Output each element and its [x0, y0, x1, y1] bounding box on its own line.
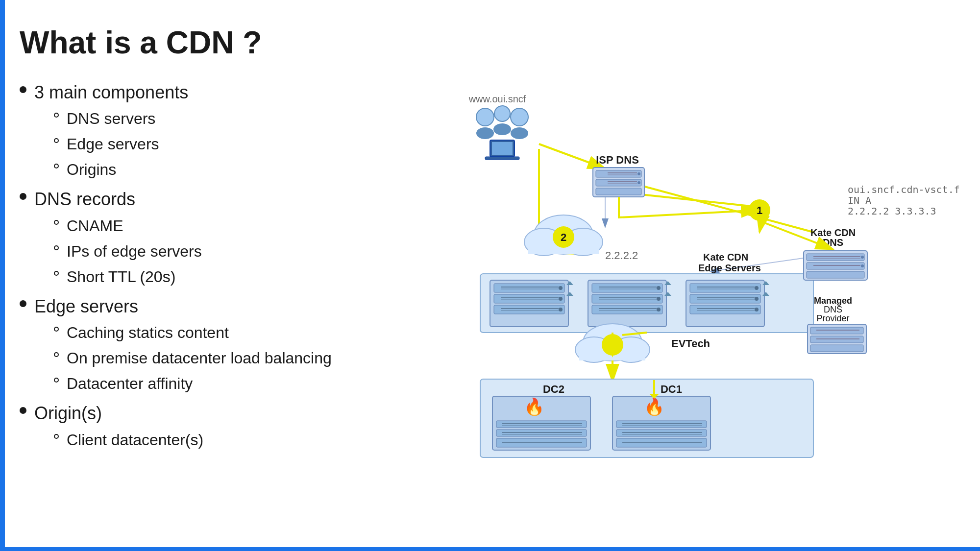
slide-title: What is a CDN ?: [20, 24, 980, 61]
svg-point-69: [755, 286, 759, 290]
sub-item-1-0: CNAME: [54, 214, 202, 238]
bullet-item-0: 3 main components DNS servers Edge serve…: [20, 80, 421, 183]
svg-point-6: [476, 108, 494, 126]
sub-dot-2-0: [54, 327, 59, 332]
sub-item-0-2: Origins: [54, 158, 188, 181]
svg-point-10: [493, 123, 511, 135]
bullet-dot-2: [20, 300, 26, 307]
cdn-diagram: www.oui.sncf ISP DNS: [421, 80, 960, 541]
svg-point-23: [637, 181, 640, 184]
svg-text:2: 2: [561, 231, 566, 243]
svg-text:DNS: DNS: [824, 305, 842, 314]
svg-point-11: [511, 127, 528, 139]
svg-point-62: [657, 308, 661, 311]
bullet-item-1: DNS records CNAME IPs of edge servers: [20, 187, 421, 290]
bullet-dot-3: [20, 407, 26, 414]
svg-rect-16: [596, 170, 641, 177]
sub-item-2-1: On premise datacenter load balancing: [54, 346, 332, 370]
svg-point-43: [559, 297, 563, 301]
sub-dot-2-1: [54, 352, 59, 357]
svg-rect-20: [596, 179, 641, 186]
svg-point-9: [476, 127, 494, 139]
svg-rect-59: [592, 305, 662, 314]
sub-item-0-0: DNS servers: [54, 107, 188, 130]
svg-rect-24: [596, 188, 641, 195]
left-panel: 3 main components DNS servers Edge serve…: [20, 80, 421, 541]
sub-list-2: Caching statics content On premise datac…: [54, 321, 332, 395]
svg-text:🔥: 🔥: [644, 397, 665, 417]
svg-rect-40: [494, 294, 564, 303]
kate-cdn-dns-title: Kate CDN: [810, 227, 856, 238]
svg-point-39: [559, 286, 563, 290]
bullet-dot-1: [20, 193, 26, 200]
ip-label: 2.2.2.2: [605, 249, 638, 262]
svg-text:IN A: IN A: [848, 194, 871, 206]
svg-rect-55: [592, 294, 662, 303]
svg-rect-74: [690, 305, 760, 314]
svg-text:Edge Servers: Edge Servers: [698, 263, 761, 273]
sub-list-1: CNAME IPs of edge servers Short TTL (20s…: [54, 214, 202, 288]
svg-point-77: [755, 308, 759, 311]
main-layout: 3 main components DNS servers Edge serve…: [20, 80, 980, 541]
bullet-item-3: Origin(s) Client datacenter(s): [20, 401, 421, 453]
svg-point-88: [861, 264, 864, 267]
sub-dot-0-1: [54, 138, 59, 143]
sub-dot-2-2: [54, 378, 59, 383]
svg-point-73: [755, 297, 759, 301]
svg-text:2.2.2.2  3.3.3.3: 2.2.2.2 3.3.3.3: [848, 205, 936, 217]
svg-rect-66: [690, 284, 760, 292]
sub-list-3: Client datacenter(s): [54, 428, 203, 452]
bullet-label-1: DNS records: [34, 189, 135, 209]
sub-item-2-2: Datacenter affinity: [54, 372, 332, 395]
sub-item-3-0: Client datacenter(s): [54, 428, 203, 452]
sub-item-0-1: Edge servers: [54, 132, 188, 156]
svg-rect-13: [492, 142, 513, 155]
sub-dot-3-0: [54, 434, 59, 439]
accent-bar: [0, 0, 5, 551]
bullet-item-2: Edge servers Caching statics content On …: [20, 294, 421, 397]
svg-rect-70: [690, 294, 760, 303]
kate-cdn-edge-label: Kate CDN: [703, 252, 748, 263]
svg-point-8: [511, 108, 528, 126]
svg-rect-51: [592, 284, 662, 292]
svg-point-58: [657, 297, 661, 301]
bullet-dot-0: [20, 86, 26, 93]
svg-rect-36: [494, 284, 564, 292]
sub-item-1-1: IPs of edge servers: [54, 240, 202, 263]
managed-dns-title: Managed: [814, 296, 852, 306]
svg-point-7: [494, 106, 510, 121]
evtech-label: EVTech: [671, 337, 710, 350]
sub-dot-1-2: [54, 271, 59, 276]
svg-text:Provider: Provider: [816, 313, 849, 323]
svg-point-19: [637, 172, 640, 175]
sub-dot-1-1: [54, 245, 59, 250]
bullet-label-0: 3 main components: [34, 82, 188, 102]
svg-rect-44: [494, 305, 564, 314]
svg-line-2: [632, 183, 813, 232]
svg-rect-89: [807, 271, 864, 278]
www-label: www.oui.sncf: [468, 94, 526, 104]
svg-point-54: [657, 286, 661, 290]
dc2-label: DC2: [543, 383, 564, 395]
svg-line-0: [539, 144, 605, 168]
svg-point-85: [861, 256, 864, 259]
sub-item-1-2: Short TTL (20s): [54, 265, 202, 288]
dc1-label: DC1: [661, 383, 682, 395]
bottom-bar: [0, 547, 980, 551]
slide-content: What is a CDN ? 3 main components DNS se…: [20, 24, 980, 541]
sub-item-2-0: Caching statics content: [54, 321, 332, 344]
dns-record-text: oui.sncf.cdn-vsct.fr: [848, 184, 960, 195]
svg-point-47: [559, 308, 563, 311]
bullet-list: 3 main components DNS servers Edge serve…: [20, 80, 421, 454]
sub-dot-0-2: [54, 164, 59, 168]
svg-rect-14: [485, 157, 519, 160]
sub-dot-1-0: [54, 220, 59, 225]
sub-dot-0-0: [54, 113, 59, 118]
sub-list-0: DNS servers Edge servers Origins: [54, 107, 188, 181]
right-panel: www.oui.sncf ISP DNS: [421, 80, 980, 541]
bullet-label-3: Origin(s): [34, 403, 102, 423]
svg-rect-97: [810, 345, 863, 352]
svg-text:🔥: 🔥: [524, 397, 545, 417]
isp-dns-label: ISP DNS: [596, 154, 639, 166]
bullet-label-2: Edge servers: [34, 296, 138, 316]
